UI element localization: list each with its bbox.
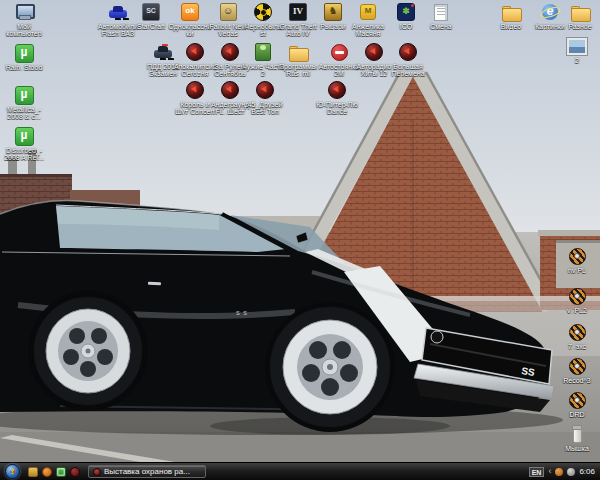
fallout-vaultboy-icon	[218, 2, 238, 22]
disc-icon	[567, 356, 587, 376]
icon-label: Disturbed_- 2008 A Rel...	[2, 147, 46, 161]
desktop-icon-starcraft[interactable]: StarCraft	[129, 2, 173, 30]
picture-icon	[567, 36, 587, 56]
game-character-icon	[253, 42, 273, 62]
icon-label: 7_эхс	[555, 343, 599, 350]
desktop-icon-utorrent-2[interactable]: Metallica_- 2008 & c...	[2, 85, 46, 120]
utorrent-icon	[14, 85, 34, 105]
desktop-icon-disc-4[interactable]: Recod^3	[555, 356, 599, 384]
odnoklassniki-icon	[180, 2, 200, 22]
desktop-icon-my-computer[interactable]: Мой компьютер	[2, 2, 46, 37]
desktop-icon-utorrent-3[interactable]: Disturbed_- 2008 A Rel...	[2, 126, 46, 161]
language-indicator[interactable]: EN	[529, 467, 545, 477]
desktop-icon-disc-3[interactable]: 7_эхс	[555, 322, 599, 350]
disc-icon	[567, 322, 587, 342]
desktop-icon-picture[interactable]: 2	[555, 36, 599, 64]
icon-label: 45_Друзей Best Топ	[243, 101, 287, 115]
desktop-icon-document[interactable]: Смена	[419, 2, 463, 30]
download-master-icon	[93, 468, 101, 476]
document-icon	[431, 2, 451, 22]
desktop-icon-disc-1[interactable]: nv PL	[555, 246, 599, 274]
system-tray: EN ‹ 6:06	[529, 467, 600, 477]
task-button-label: Выставка охранов ра...	[104, 467, 190, 476]
download-master-icon	[398, 42, 418, 62]
start-button[interactable]	[5, 464, 20, 479]
icon-label: Metallica_- 2008 & c...	[2, 106, 46, 120]
quicklaunch-orange-app-icon[interactable]	[42, 467, 52, 477]
icon-label: Разное	[558, 23, 600, 30]
disc-icon	[567, 246, 587, 266]
grille-ss-badge: SS	[521, 365, 536, 378]
knight-icon	[323, 2, 343, 22]
icon-label: v_PL2	[555, 307, 599, 314]
starcraft-icon	[141, 2, 161, 22]
folder-icon	[570, 2, 590, 22]
icon-label: Ю-Питер-Лю Dance	[315, 101, 359, 115]
task-button[interactable]: Выставка охранов ра...	[88, 465, 206, 478]
quicklaunch-download-master-icon[interactable]	[70, 467, 80, 477]
folder-icon	[288, 42, 308, 62]
icon-label: Мой компьютер	[2, 23, 46, 37]
icon-label: Rain_Stood	[2, 64, 46, 71]
icon-label: Программы Rus_ml	[276, 63, 320, 77]
taskbar: Выставка охранов ра... EN ‹ 6:06	[0, 462, 600, 480]
computer-icon	[14, 2, 34, 22]
desktop-icon-folder-misc[interactable]: Разное	[558, 2, 600, 30]
icon-label: 2	[555, 57, 599, 64]
desktop-icon-folder-video[interactable]: Видео	[489, 2, 533, 30]
icon-label: Большая Перемена	[386, 63, 430, 77]
desktop-icon-download-7[interactable]: 45_Друзей Best Топ	[243, 80, 287, 115]
icon-label: Смена	[419, 23, 463, 30]
download-master-icon	[185, 80, 205, 100]
quicklaunch-green-app-icon[interactable]	[56, 467, 66, 477]
utorrent-icon	[14, 126, 34, 146]
desktop-icon-download-8[interactable]: Ю-Питер-Лю Dance	[315, 80, 359, 115]
clock[interactable]: 6:06	[579, 467, 595, 476]
download-master-icon	[220, 80, 240, 100]
icon-label: Мышка	[555, 445, 599, 452]
quicklaunch-folder-icon[interactable]	[28, 467, 38, 477]
desktop-area[interactable]: SS S S	[0, 0, 600, 462]
icon-label: StarCraft	[129, 23, 173, 30]
download-master-icon	[364, 42, 384, 62]
download-master-icon	[327, 80, 347, 100]
blue-car-icon	[108, 2, 128, 22]
quick-launch	[28, 467, 80, 477]
icon-label: Recod^3	[555, 377, 599, 384]
tube-icon	[567, 424, 587, 444]
no-entry-icon	[329, 42, 349, 62]
download-master-icon	[220, 42, 240, 62]
download-master-icon	[185, 42, 205, 62]
icon-label: DRD	[555, 411, 599, 418]
gta4-icon	[288, 2, 308, 22]
desktop-icon-folder-programs[interactable]: Программы Rus_ml	[276, 42, 320, 77]
police-car-icon	[153, 42, 173, 62]
desktop-icon-disc-2[interactable]: v_PL2	[555, 286, 599, 314]
utorrent-icon	[14, 43, 34, 63]
tray-app-icon-2[interactable]	[567, 468, 575, 476]
chevron-left-icon[interactable]: ‹	[548, 467, 551, 476]
icon-label: Видео	[489, 23, 533, 30]
masyanya-icon	[358, 2, 378, 22]
desktop-icon-utorrent-1[interactable]: Rain_Stood	[2, 43, 46, 71]
disc-icon	[567, 390, 587, 410]
tray-app-icon-1[interactable]	[555, 468, 563, 476]
desktop-icon-download-4[interactable]: Большая Перемена	[386, 42, 430, 77]
icq-icon	[396, 2, 416, 22]
desktop-screen: SS S S	[0, 0, 600, 480]
download-master-icon	[255, 80, 275, 100]
internet-explorer-icon	[540, 2, 560, 22]
disc-icon	[567, 286, 587, 306]
desktop-icon-disc-5[interactable]: DRD	[555, 390, 599, 418]
radiation-icon	[253, 2, 273, 22]
folder-icon	[501, 2, 521, 22]
icon-label: nv PL	[555, 267, 599, 274]
desktop-icon-tube[interactable]: Мышка	[555, 424, 599, 452]
